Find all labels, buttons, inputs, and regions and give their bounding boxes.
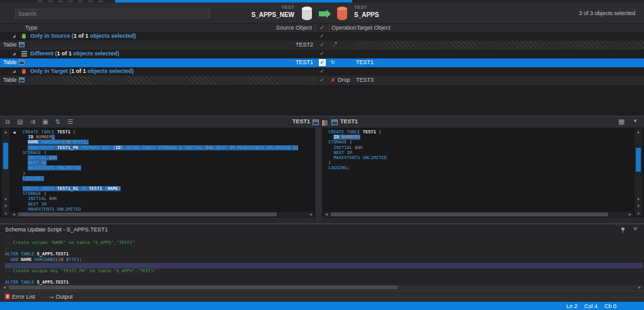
next-difference-scroll-icon[interactable]: ⇊ [635,210,642,216]
connection-pair: TEST S_APPS_NEW TEST S_APPS [0,3,644,23]
source-env-label: TEST [238,4,294,11]
source-ddl-pane[interactable]: ▲ ▼ ⇈ ⇊ ◄ CREATE TABLE TEST1 ( ID NUMBER… [0,128,316,218]
pane-splitter[interactable] [316,128,322,223]
source-connection: TEST S_APPS_NEW [238,4,294,19]
update-icon: ↻ [331,58,338,67]
script-hscroll-thumb[interactable] [9,285,397,289]
code-line: ) [23,171,314,176]
row-checkbox[interactable]: ✓ [319,50,325,57]
target-schema-label: S_APPS [354,11,430,19]
close-icon[interactable]: ✕ [633,226,638,232]
row-checkbox[interactable]: ✓ [319,42,325,48]
scroll-left-icon[interactable]: ◄ [323,212,330,217]
status-column: Col 4 [584,303,597,309]
right-vertical-scrollbar[interactable]: ▲ ▼ ⇈ ⇊ [635,129,642,216]
script-panel-title: Schema Update Script - S_APPS.TEST1 [5,226,108,233]
update-script-code[interactable]: ---- Create column "NAME" on table "S_AP… [5,235,643,287]
expand-collapse-icon[interactable]: ◢ [13,67,16,75]
code-line: NAME VARCHAR2(10 BYTE), [23,140,314,145]
group-row[interactable]: ◢Only in Target (1 of 1 objects selected… [0,67,644,76]
pin-icon[interactable] [620,227,626,233]
operation-label: Drop [338,77,350,83]
column-header-type[interactable]: Type [25,25,38,31]
chevron-down-icon[interactable]: ▼ [633,118,638,124]
scroll-right-icon[interactable]: ► [636,285,643,290]
group-label: Only in Target (1 of 1 objects selected) [30,67,133,75]
right-scroll-thumb[interactable] [636,148,641,172]
table-icon [19,60,25,65]
compare-icon[interactable]: ⧉ [3,118,12,126]
missing-source-hatch [29,76,316,84]
scroll-right-icon[interactable]: ► [627,212,633,217]
next-difference-icon[interactable]: ⇉ [28,118,37,126]
tool-window-tabs: Error List ⇒Output [0,291,644,302]
code-line: CREATE TABLE TEST1 ( [23,130,314,135]
tab-output[interactable]: ⇒Output [49,293,73,301]
code-line: STORAGE ( [328,140,634,145]
source-schema-label: S_APPS_NEW [238,11,294,19]
sort-icon[interactable]: ⇅ [53,118,62,126]
object-row[interactable]: TableTEST2✓→+Create [0,41,644,50]
row-checkbox[interactable]: ✓ [319,59,326,66]
prev-difference-icon[interactable]: ⇈ [2,203,9,209]
left-horizontal-scrollbar[interactable]: ◄ ► [11,212,314,217]
output-icon: ⇒ [49,294,54,302]
row-checkbox[interactable]: ✓ [319,68,325,74]
object-row[interactable]: Table✓✗DropTEST3 [0,76,644,85]
object-row[interactable]: TableTEST1✓↻UpdateTEST1 [0,58,644,67]
filter-icon[interactable]: ☰ [66,118,75,126]
code-line [23,181,314,186]
code-line: ADD NAME VARCHAR2(10 BYTE); [5,257,643,263]
row-checkbox[interactable]: ✓ [319,33,325,39]
target-database-icon [335,6,349,21]
grid-header: Type Source Object ✓ Operation Target Ob… [0,24,644,33]
code-line: INITIAL 64K [23,155,314,160]
scroll-down-icon[interactable]: ▼ [635,196,642,202]
status-char: Ch 0 [604,303,616,309]
left-vertical-scrollbar[interactable]: ▲ ▼ ⇈ ⇊ [2,129,9,216]
tab-error-list[interactable]: Error List [5,293,35,301]
table-icon [19,42,25,47]
code-line: NEXT 1M [23,202,314,207]
scroll-up-icon[interactable]: ▲ [2,129,9,135]
source-object-cell: TEST1 [29,58,313,67]
left-scroll-thumb[interactable] [3,143,8,169]
right-hscroll-thumb[interactable] [331,213,608,216]
column-header-source[interactable]: Source Object [274,25,312,31]
column-header-check[interactable]: ✓ [316,25,328,31]
code-line: NEXT 1M [328,150,634,155]
expand-collapse-icon[interactable]: ◢ [13,32,16,40]
scroll-right-icon[interactable]: ► [308,212,314,217]
table-icon [19,77,25,82]
script-horizontal-scrollbar[interactable]: ◄ ► [1,285,643,290]
scroll-left-icon[interactable]: ◄ [11,212,17,217]
next-difference-scroll-icon[interactable]: ⇊ [2,210,9,216]
group-row[interactable]: ◢Only in Source (1 of 1 objects selected… [0,32,644,41]
column-header-operation[interactable]: Operation [331,25,357,31]
target-ddl-pane[interactable]: CREATE TABLE TEST1 ( ID NUMBER)STORAGE (… [322,128,644,218]
left-hscroll-thumb[interactable] [18,213,277,216]
row-checkbox[interactable]: ✓ [319,77,325,83]
group-label: Different (1 of 1 objects selected) [30,50,119,58]
prev-difference-icon[interactable]: ⇈ [635,203,642,209]
expand-collapse-icon[interactable]: ◢ [13,50,16,58]
right-horizontal-scrollbar[interactable]: ◄ ► [323,212,633,217]
code-line: STORAGE ( [23,150,314,155]
group-label: Only in Source (1 of 1 objects selected) [30,32,136,40]
comparison-header: TEST S_APPS_NEW TEST S_APPS 3 of 3 objec… [0,3,644,24]
toolbar-icons-cropped [38,1,107,2]
source-ddl-code: CREATE TABLE TEST1 ( ID NUMBER, NAME VAR… [23,130,314,217]
scroll-left-icon[interactable]: ◄ [1,285,8,290]
scroll-up-icon[interactable]: ▲ [635,129,642,135]
target-connection: TEST S_APPS [354,4,430,19]
group-row[interactable]: ◢Different (1 of 1 objects selected)✓ [0,50,644,58]
column-header-target[interactable]: Target Object [357,25,391,31]
scroll-down-icon[interactable]: ▼ [2,196,9,202]
code-line: -- [5,246,643,252]
operation-cell: ✗Drop [331,76,353,84]
schema-update-script-panel: Schema Update Script - S_APPS.TEST1 ✕ --… [0,223,644,292]
table-columns-icon[interactable]: ▦ [618,118,625,126]
report-icon[interactable]: ▤ [16,118,25,126]
code-line: STORAGE ( [23,191,314,196]
save-icon[interactable]: ▣ [41,118,50,126]
